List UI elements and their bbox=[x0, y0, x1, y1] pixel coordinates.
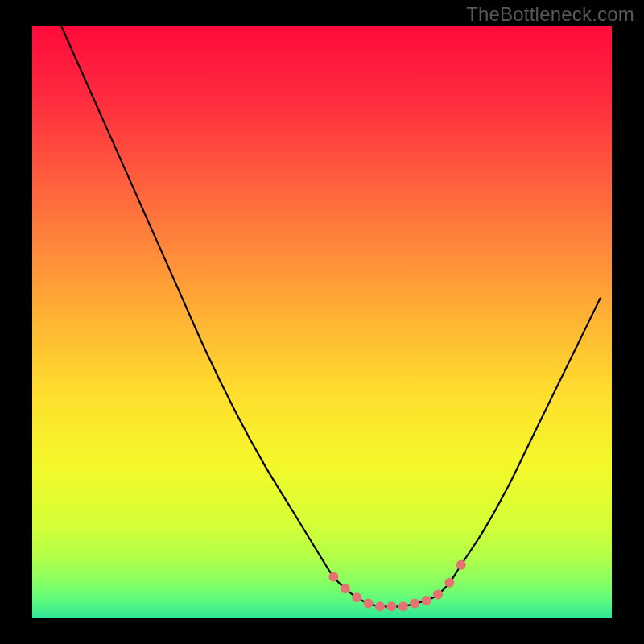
curve-marker bbox=[364, 599, 374, 609]
curve-marker bbox=[328, 572, 338, 581]
curve-marker bbox=[398, 601, 408, 611]
curve-marker bbox=[352, 592, 361, 602]
curve-marker bbox=[456, 560, 466, 570]
curve-marker bbox=[375, 601, 385, 611]
curve-marker bbox=[386, 601, 396, 611]
plot-area bbox=[32, 26, 612, 618]
curve-marker bbox=[444, 578, 454, 588]
curve-marker bbox=[341, 584, 350, 593]
curve-marker bbox=[422, 596, 431, 605]
chart-svg bbox=[32, 26, 612, 618]
bottleneck-curve bbox=[61, 26, 601, 607]
marker-group bbox=[328, 560, 465, 612]
chart-frame: TheBottleneck.com bbox=[0, 0, 644, 644]
curve-marker bbox=[410, 599, 419, 609]
watermark-text: TheBottleneck.com bbox=[466, 3, 634, 26]
curve-marker bbox=[433, 590, 443, 600]
